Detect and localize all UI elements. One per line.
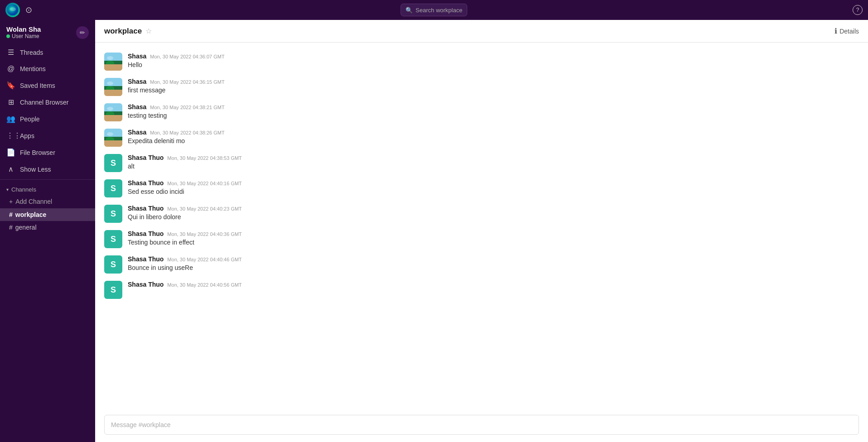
avatar: S bbox=[104, 179, 122, 197]
info-icon: ℹ bbox=[834, 27, 837, 35]
message-group: Shasa Mon, 30 May 2022 04:36:15 GMT firs… bbox=[104, 75, 859, 99]
sidebar-item-label: Show Less bbox=[20, 166, 51, 173]
message-content: Shasa Thuo Mon, 30 May 2022 04:40:56 GMT bbox=[128, 281, 859, 299]
sidebar-item-label: People bbox=[20, 115, 40, 123]
avatar bbox=[104, 103, 122, 121]
avatar bbox=[104, 129, 122, 147]
message-time: Mon, 30 May 2022 04:40:16 GMT bbox=[167, 181, 241, 186]
channel-item-workplace[interactable]: # workplace bbox=[0, 208, 95, 221]
message-sender: Shasa Thuo bbox=[128, 281, 164, 288]
topbar: ⊙ 🔍 Search workplace ? bbox=[0, 0, 868, 20]
sidebar-item-apps[interactable]: ⋮⋮ Apps bbox=[0, 127, 95, 144]
message-group: S Shasa Thuo Mon, 30 May 2022 04:40:46 G… bbox=[104, 253, 859, 276]
mentions-icon: @ bbox=[6, 65, 15, 73]
message-input-placeholder: Message #workplace bbox=[111, 421, 171, 428]
message-time: Mon, 30 May 2022 04:40:46 GMT bbox=[167, 257, 241, 262]
message-header: Shasa Mon, 30 May 2022 04:36:15 GMT bbox=[128, 78, 859, 85]
message-sender: Shasa bbox=[128, 103, 146, 110]
channel-hash-icon: # bbox=[9, 224, 13, 231]
message-sender: Shasa Thuo bbox=[128, 230, 164, 237]
people-icon: 👥 bbox=[6, 115, 15, 123]
sidebar: Wolan Sha User Name ✏ ☰ Threads @ Mentio… bbox=[0, 0, 95, 442]
star-icon[interactable]: ☆ bbox=[145, 27, 152, 35]
sidebar-item-people[interactable]: 👥 People bbox=[0, 110, 95, 127]
show-less-icon: ∧ bbox=[6, 165, 15, 173]
message-header: Shasa Thuo Mon, 30 May 2022 04:40:46 GMT bbox=[128, 255, 859, 263]
divider bbox=[0, 179, 95, 180]
channel-name-label: general bbox=[15, 224, 37, 231]
message-text: Qui in libero dolore bbox=[128, 213, 859, 222]
file-browser-icon: 📄 bbox=[6, 148, 15, 157]
message-group: Shasa Mon, 30 May 2022 04:38:26 GMT Expe… bbox=[104, 126, 859, 149]
help-icon[interactable]: ? bbox=[853, 5, 863, 15]
message-group: S Shasa Thuo Mon, 30 May 2022 04:38:53 G… bbox=[104, 151, 859, 175]
sidebar-item-show-less[interactable]: ∧ Show Less bbox=[0, 161, 95, 178]
message-content: Shasa Mon, 30 May 2022 04:38:21 GMT test… bbox=[128, 103, 859, 121]
message-group: S Shasa Thuo Mon, 30 May 2022 04:40:16 G… bbox=[104, 177, 859, 200]
message-text: Bounce in using useRe bbox=[128, 264, 859, 273]
chevron-down-icon: ▾ bbox=[6, 187, 9, 192]
sidebar-item-mentions[interactable]: @ Mentions bbox=[0, 61, 95, 77]
message-text: Hello bbox=[128, 61, 859, 70]
message-text: testing testing bbox=[128, 111, 859, 120]
message-input-area: Message #workplace bbox=[95, 410, 868, 442]
message-time: Mon, 30 May 2022 04:36:15 GMT bbox=[150, 79, 224, 85]
apps-icon: ⋮⋮ bbox=[6, 131, 15, 140]
message-content: Shasa Mon, 30 May 2022 04:36:07 GMT Hell… bbox=[128, 53, 859, 71]
search-bar[interactable]: 🔍 Search workplace bbox=[400, 4, 467, 16]
add-channel-item[interactable]: + Add Channel bbox=[0, 195, 95, 208]
avatar bbox=[104, 53, 122, 71]
main-content: workplace ☆ ℹ Details Shasa Mon, 30 May … bbox=[95, 20, 868, 442]
channels-section-header[interactable]: ▾ Channels bbox=[0, 182, 95, 195]
sidebar-item-label: Mentions bbox=[20, 65, 46, 72]
channel-name-label: workplace bbox=[15, 211, 46, 218]
message-header: Shasa Thuo Mon, 30 May 2022 04:38:53 GMT bbox=[128, 154, 859, 161]
clock-icon[interactable]: ⊙ bbox=[25, 5, 32, 15]
message-time: Mon, 30 May 2022 04:36:07 GMT bbox=[150, 54, 224, 59]
username: Wolan Sha bbox=[6, 25, 41, 33]
search-icon: 🔍 bbox=[405, 7, 413, 14]
messages-area[interactable]: Shasa Mon, 30 May 2022 04:36:07 GMT Hell… bbox=[95, 43, 868, 410]
message-header: Shasa Mon, 30 May 2022 04:38:21 GMT bbox=[128, 103, 859, 110]
sidebar-item-saved[interactable]: 🔖 Saved Items bbox=[0, 77, 95, 94]
message-group: Shasa Mon, 30 May 2022 04:36:07 GMT Hell… bbox=[104, 50, 859, 73]
message-header: Shasa Mon, 30 May 2022 04:36:07 GMT bbox=[128, 53, 859, 60]
message-group: S Shasa Thuo Mon, 30 May 2022 04:40:23 G… bbox=[104, 202, 859, 226]
message-sender: Shasa Thuo bbox=[128, 255, 164, 263]
message-sender: Shasa bbox=[128, 78, 146, 85]
message-sender: Shasa Thuo bbox=[128, 205, 164, 212]
edit-profile-button[interactable]: ✏ bbox=[76, 26, 89, 39]
message-group: Shasa Mon, 30 May 2022 04:38:21 GMT test… bbox=[104, 101, 859, 124]
saved-icon: 🔖 bbox=[6, 81, 15, 90]
message-group: S Shasa Thuo Mon, 30 May 2022 04:40:56 G… bbox=[104, 278, 859, 302]
channels-section-label: Channels bbox=[11, 186, 36, 193]
channel-hash-icon: # bbox=[9, 211, 13, 218]
sidebar-item-label: File Browser bbox=[20, 149, 55, 156]
sidebar-item-threads[interactable]: ☰ Threads bbox=[0, 44, 95, 61]
sidebar-item-channel-browser[interactable]: ⊞ Channel Browser bbox=[0, 94, 95, 110]
avatar: S bbox=[104, 255, 122, 274]
sidebar-item-file-browser[interactable]: 📄 File Browser bbox=[0, 144, 95, 161]
message-content: Shasa Thuo Mon, 30 May 2022 04:40:36 GMT… bbox=[128, 230, 859, 248]
channel-browser-icon: ⊞ bbox=[6, 98, 15, 106]
message-content: Shasa Thuo Mon, 30 May 2022 04:38:53 GMT… bbox=[128, 154, 859, 172]
message-content: Shasa Thuo Mon, 30 May 2022 04:40:46 GMT… bbox=[128, 255, 859, 274]
message-header: Shasa Thuo Mon, 30 May 2022 04:40:56 GMT bbox=[128, 281, 859, 288]
details-button[interactable]: ℹ Details bbox=[834, 27, 859, 35]
message-sender: Shasa Thuo bbox=[128, 154, 164, 161]
sidebar-item-label: Apps bbox=[20, 132, 34, 139]
channel-item-general[interactable]: # general bbox=[0, 221, 95, 234]
message-input[interactable]: Message #workplace bbox=[104, 415, 859, 435]
message-sender: Shasa bbox=[128, 129, 146, 136]
message-content: Shasa Mon, 30 May 2022 04:36:15 GMT firs… bbox=[128, 78, 859, 96]
message-time: Mon, 30 May 2022 04:38:21 GMT bbox=[150, 105, 224, 110]
message-header: Shasa Thuo Mon, 30 May 2022 04:40:16 GMT bbox=[128, 179, 859, 187]
channel-name: workplace bbox=[104, 27, 142, 36]
threads-icon: ☰ bbox=[6, 48, 15, 57]
app-logo bbox=[5, 3, 20, 17]
message-time: Mon, 30 May 2022 04:40:23 GMT bbox=[167, 206, 241, 211]
status-text: User Name bbox=[12, 33, 39, 39]
avatar: S bbox=[104, 230, 122, 248]
sidebar-item-label: Channel Browser bbox=[20, 99, 68, 106]
message-content: Shasa Mon, 30 May 2022 04:38:26 GMT Expe… bbox=[128, 129, 859, 147]
